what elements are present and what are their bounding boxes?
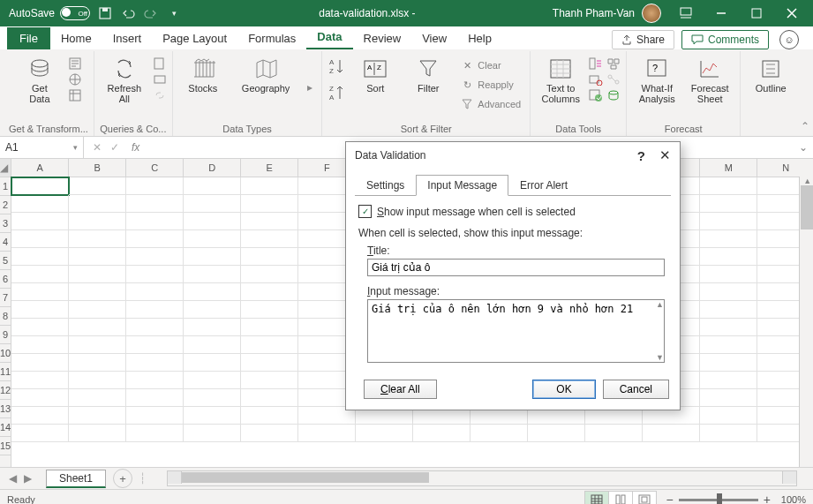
cell[interactable]	[184, 230, 241, 248]
whatif-button[interactable]: ?What-If Analysis	[632, 53, 681, 108]
cell[interactable]	[69, 230, 126, 248]
column-header[interactable]: N	[757, 159, 813, 177]
feedback-icon[interactable]: ☺	[779, 30, 799, 49]
cell[interactable]	[241, 177, 298, 195]
sheet-tab-1[interactable]: Sheet1	[46, 470, 106, 488]
cell[interactable]	[69, 319, 126, 336]
cell[interactable]	[184, 301, 241, 319]
ribbon-options-icon[interactable]	[668, 0, 704, 26]
relationships-icon[interactable]	[606, 72, 621, 87]
cell[interactable]	[184, 354, 241, 372]
cell[interactable]	[126, 195, 184, 213]
row-header[interactable]: 14	[0, 418, 11, 437]
advanced-filter-button[interactable]: Advanced	[456, 95, 524, 113]
cell[interactable]	[126, 425, 184, 442]
cell[interactable]	[69, 389, 126, 407]
cell[interactable]	[126, 407, 184, 425]
row-header[interactable]: 13	[0, 400, 11, 418]
forecast-button[interactable]: Forecast Sheet	[685, 53, 734, 108]
cell[interactable]	[700, 195, 757, 213]
tab-view[interactable]: View	[411, 27, 457, 49]
column-header[interactable]: D	[184, 159, 241, 177]
column-header[interactable]: E	[241, 159, 298, 177]
cell[interactable]	[69, 213, 126, 230]
tab-input-message[interactable]: Input Message	[416, 175, 508, 196]
cell[interactable]	[69, 195, 126, 213]
cell[interactable]	[69, 177, 126, 195]
cell[interactable]	[69, 248, 126, 266]
outline-button[interactable]: Outline	[746, 53, 795, 97]
row-header[interactable]: 8	[0, 307, 11, 326]
clear-all-button[interactable]: Clear AllClear All	[364, 380, 437, 399]
cell[interactable]	[241, 319, 298, 336]
row-header[interactable]: 7	[0, 289, 11, 307]
user-avatar-icon[interactable]	[642, 4, 661, 23]
cell[interactable]	[11, 319, 69, 336]
sort-az-icon[interactable]: AZ	[327, 56, 347, 76]
cell[interactable]	[241, 425, 298, 442]
from-table-icon[interactable]	[68, 88, 82, 102]
from-web-icon[interactable]	[68, 72, 82, 87]
cell[interactable]	[700, 389, 757, 407]
cell[interactable]	[241, 407, 298, 425]
cell[interactable]	[585, 425, 643, 442]
data-model-icon[interactable]	[606, 88, 621, 102]
cell[interactable]	[11, 407, 69, 425]
cancel-formula-icon[interactable]: ✕	[93, 141, 102, 154]
sort-button[interactable]: AZSort	[350, 53, 400, 97]
expand-formula-icon[interactable]: ⌄	[794, 141, 813, 154]
cell[interactable]	[69, 354, 126, 372]
cell[interactable]	[11, 425, 69, 442]
cell[interactable]	[11, 213, 69, 230]
cell[interactable]	[126, 230, 184, 248]
data-types-more-icon[interactable]: ▸	[304, 78, 316, 97]
cell[interactable]	[11, 301, 69, 319]
cell[interactable]	[356, 425, 413, 442]
filter-button[interactable]: Filter	[403, 53, 453, 97]
dialog-close-button[interactable]: ✕	[659, 147, 671, 163]
cell[interactable]	[184, 283, 241, 301]
cell[interactable]	[241, 354, 298, 372]
cell[interactable]	[11, 266, 69, 283]
row-header[interactable]: 1	[0, 177, 11, 196]
cell[interactable]	[241, 389, 298, 407]
from-text-icon[interactable]	[68, 56, 82, 71]
properties-icon[interactable]	[153, 72, 167, 87]
save-icon[interactable]	[97, 5, 113, 21]
cell[interactable]	[184, 407, 241, 425]
fx-icon[interactable]: fx	[128, 141, 143, 154]
cell[interactable]	[241, 266, 298, 283]
cell[interactable]	[184, 425, 241, 442]
cell[interactable]	[470, 425, 528, 442]
tab-file[interactable]: File	[7, 27, 50, 49]
cell[interactable]	[126, 213, 184, 230]
page-break-view-icon[interactable]	[632, 491, 657, 504]
cell[interactable]	[11, 354, 69, 372]
refresh-all-button[interactable]: Refresh All	[100, 53, 149, 108]
cell[interactable]	[184, 195, 241, 213]
cell[interactable]	[11, 389, 69, 407]
cell[interactable]	[700, 213, 757, 230]
cell[interactable]	[700, 248, 757, 266]
column-header[interactable]: B	[69, 159, 126, 177]
tab-settings[interactable]: Settings	[355, 175, 416, 196]
row-header[interactable]: 5	[0, 252, 11, 270]
text-to-columns-button[interactable]: Text to Columns	[536, 53, 585, 108]
consolidate-icon[interactable]	[606, 56, 621, 71]
maximize-button[interactable]	[739, 0, 774, 26]
cell[interactable]	[700, 230, 757, 248]
column-header[interactable]: A	[11, 159, 69, 177]
cell[interactable]	[700, 407, 757, 425]
cell[interactable]	[241, 372, 298, 389]
cell[interactable]	[69, 266, 126, 283]
cell[interactable]	[69, 301, 126, 319]
zoom-value[interactable]: 100%	[781, 494, 806, 504]
row-header[interactable]: 11	[0, 363, 11, 381]
cell[interactable]	[241, 283, 298, 301]
normal-view-icon[interactable]	[584, 491, 609, 504]
row-header[interactable]: 3	[0, 214, 11, 233]
cell[interactable]	[700, 177, 757, 195]
horizontal-scrollbar[interactable]	[167, 470, 797, 486]
cell[interactable]	[184, 372, 241, 389]
cancel-button[interactable]: Cancel	[603, 380, 669, 399]
